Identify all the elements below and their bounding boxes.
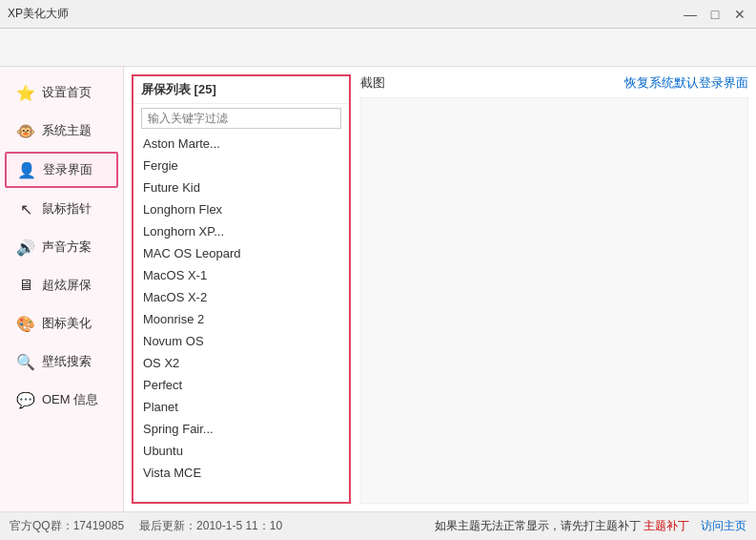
user-icon: 👤 — [16, 159, 37, 180]
title-bar-text: XP美化大师 — [8, 6, 69, 22]
star-icon: ⭐ — [15, 82, 36, 103]
last-update: 最后更新：2010-1-5 11：10 — [139, 518, 282, 534]
list-item[interactable]: Longhorn XP... — [133, 220, 349, 242]
preview-top-bar: 截图 恢复系统默认登录界面 — [360, 74, 748, 92]
restore-default-link[interactable]: 恢复系统默认登录界面 — [624, 74, 748, 92]
sidebar: ⭐ 设置首页 🐵 系统主题 👤 登录界面 ↖ 鼠标指针 🔊 声音方案 🖥 超炫屏… — [0, 67, 124, 511]
visit-main-link[interactable]: 访问主页 — [701, 518, 746, 534]
sidebar-label-system-theme: 系统主题 — [42, 122, 92, 139]
list-item[interactable]: MAC OS Leopard — [133, 242, 349, 264]
sidebar-label-sound-scheme: 声音方案 — [42, 239, 92, 256]
list-panel-title: 屏保列表 [25] — [141, 82, 216, 96]
content-columns: 屏保列表 [25] Aston Marte...FergieFuture Kid… — [132, 74, 748, 504]
sidebar-item-sound-scheme[interactable]: 🔊 声音方案 — [5, 230, 118, 264]
status-left: 官方QQ群：17419085 最后更新：2010-1-5 11：10 — [10, 518, 282, 534]
status-bar: 官方QQ群：17419085 最后更新：2010-1-5 11：10 如果主题无… — [0, 511, 756, 540]
sidebar-label-wallpaper-search: 壁纸搜索 — [42, 353, 92, 370]
sidebar-label-oem-info: OEM 信息 — [42, 391, 98, 408]
sidebar-label-settings-home: 设置首页 — [42, 84, 92, 101]
screen-icon: 🖥 — [15, 275, 36, 296]
list-item[interactable]: Novum OS — [133, 330, 349, 352]
sidebar-item-mouse-pointer[interactable]: ↖ 鼠标指针 — [5, 192, 118, 226]
monkey-icon: 🐵 — [15, 120, 36, 141]
list-item[interactable]: Future Kid — [133, 177, 349, 198]
list-filter-input[interactable] — [141, 108, 341, 129]
list-item[interactable]: Spring Fair... — [133, 418, 349, 440]
list-item[interactable]: Perfect — [133, 374, 349, 396]
maximize-button[interactable]: □ — [706, 6, 724, 23]
sidebar-item-screensaver[interactable]: 🖥 超炫屏保 — [5, 268, 118, 302]
search-icon: 🔍 — [15, 351, 36, 372]
toolbar-area — [0, 29, 756, 67]
preview-label: 截图 — [360, 74, 385, 92]
content-area: 屏保列表 [25] Aston Marte...FergieFuture Kid… — [124, 67, 756, 511]
warning-text: 如果主题无法正常显示，请先打主题补丁 主题补丁 — [435, 518, 689, 534]
status-right: 如果主题无法正常显示，请先打主题补丁 主题补丁 访问主页 — [435, 518, 746, 534]
theme-patch-link[interactable]: 主题补丁 — [644, 519, 689, 532]
sidebar-label-login-screen: 登录界面 — [43, 161, 92, 178]
palette-icon: 🎨 — [15, 313, 36, 334]
list-item[interactable]: MacOS X-2 — [133, 286, 349, 308]
chat-icon: 💬 — [15, 389, 36, 410]
list-item[interactable]: Planet — [133, 396, 349, 418]
sidebar-item-oem-info[interactable]: 💬 OEM 信息 — [5, 383, 118, 417]
preview-panel: 截图 恢复系统默认登录界面 — [360, 74, 748, 504]
title-bar: XP美化大师 — □ ✕ — [0, 0, 756, 29]
close-button[interactable]: ✕ — [731, 6, 748, 23]
list-container[interactable]: Aston Marte...FergieFuture KidLonghorn F… — [133, 133, 349, 502]
list-item[interactable]: Longhorn Flex — [133, 198, 349, 220]
sidebar-item-icon-beauty[interactable]: 🎨 图标美化 — [5, 306, 118, 341]
sidebar-label-mouse-pointer: 鼠标指针 — [42, 200, 92, 218]
sidebar-item-system-theme[interactable]: 🐵 系统主题 — [5, 114, 118, 148]
list-item[interactable]: MacOS X-1 — [133, 264, 349, 286]
sound-icon: 🔊 — [15, 237, 36, 258]
sidebar-label-screensaver: 超炫屏保 — [42, 277, 92, 294]
list-item[interactable]: Vista MCE — [133, 462, 349, 484]
sidebar-label-icon-beauty: 图标美化 — [42, 315, 92, 332]
list-panel-header: 屏保列表 [25] — [133, 76, 349, 104]
list-item[interactable]: Aston Marte... — [133, 133, 349, 155]
main-layout: ⭐ 设置首页 🐵 系统主题 👤 登录界面 ↖ 鼠标指针 🔊 声音方案 🖥 超炫屏… — [0, 67, 756, 511]
sidebar-item-settings-home[interactable]: ⭐ 设置首页 — [5, 75, 118, 110]
qq-group: 官方QQ群：17419085 — [10, 518, 124, 534]
sidebar-item-login-screen[interactable]: 👤 登录界面 — [5, 152, 118, 188]
pointer-icon: ↖ — [15, 198, 36, 219]
list-item[interactable]: Fergie — [133, 155, 349, 177]
list-item[interactable]: Ubuntu — [133, 440, 349, 462]
preview-box — [360, 97, 748, 504]
list-item[interactable]: OS X2 — [133, 352, 349, 374]
minimize-button[interactable]: — — [682, 6, 699, 23]
sidebar-item-wallpaper-search[interactable]: 🔍 壁纸搜索 — [5, 344, 118, 379]
list-panel: 屏保列表 [25] Aston Marte...FergieFuture Kid… — [132, 74, 351, 504]
title-controls: — □ ✕ — [682, 6, 748, 23]
list-item[interactable]: Moonrise 2 — [133, 308, 349, 330]
